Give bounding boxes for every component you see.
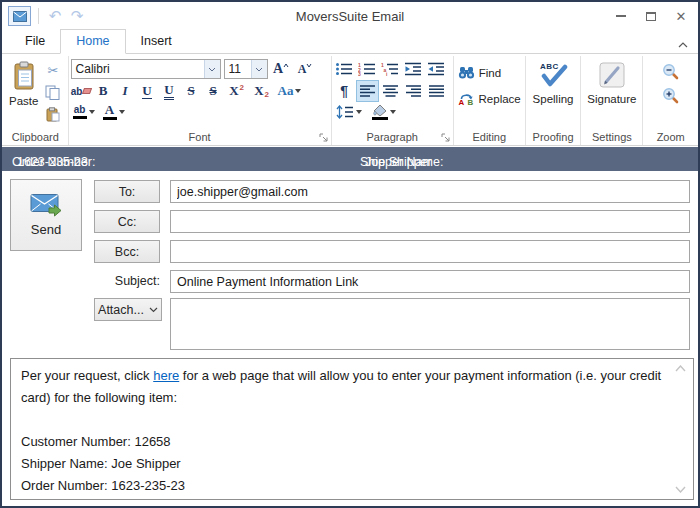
font-size-value: 11 xyxy=(225,62,251,76)
tab-home[interactable]: Home xyxy=(60,29,125,54)
clipboard-group-label: Clipboard xyxy=(5,130,66,145)
group-zoom: Zoom xyxy=(643,56,698,145)
font-group-label: Font xyxy=(71,130,329,145)
replace-button[interactable]: A B Replace xyxy=(456,87,523,110)
cc-label: Cc: xyxy=(118,215,137,229)
find-button[interactable]: Find xyxy=(456,61,523,84)
font-name-value: Calibri xyxy=(72,62,204,76)
clear-formatting-button[interactable]: ab xyxy=(71,81,92,101)
message-body[interactable]: Per your request, click here for a web p… xyxy=(10,358,694,500)
zoom-in-button[interactable] xyxy=(660,85,681,105)
change-case-icon: Aa xyxy=(278,83,294,99)
underline-button[interactable]: U xyxy=(137,81,158,101)
shrink-font-button[interactable]: A xyxy=(295,59,316,79)
subscript-button[interactable]: X 2 xyxy=(250,81,274,101)
paste-button[interactable]: Paste xyxy=(5,57,42,129)
to-button[interactable]: To: xyxy=(94,180,160,203)
eraser-icon xyxy=(82,88,92,94)
close-button[interactable]: ✕ xyxy=(666,2,696,30)
scroll-down-button[interactable] xyxy=(675,486,686,493)
order-info-bar: Order Number:1623-235-23 Shipper Name:Jo… xyxy=(2,147,698,171)
group-proofing: ABC Spelling Proofing xyxy=(526,56,582,145)
order-number-line: Order Number: 1623-235-23 xyxy=(21,475,665,497)
change-case-button[interactable]: Aa xyxy=(275,81,305,101)
attachments-box[interactable] xyxy=(170,298,690,350)
bullets-icon xyxy=(335,62,353,76)
paste-special-button[interactable] xyxy=(42,104,63,124)
zoom-out-button[interactable] xyxy=(660,61,681,81)
group-settings: Signature Settings xyxy=(581,56,643,145)
multilevel-list-button[interactable]: 1 a i xyxy=(380,59,401,79)
svg-text:3: 3 xyxy=(358,71,361,76)
bcc-button[interactable]: Bcc: xyxy=(94,240,160,263)
collapse-ribbon-button[interactable] xyxy=(678,42,688,48)
multilevel-list-icon: 1 a i xyxy=(381,62,399,76)
subscript-mark: 2 xyxy=(265,90,269,99)
cc-button[interactable]: Cc: xyxy=(94,210,160,233)
numbering-button[interactable]: 1 2 3 xyxy=(357,59,378,79)
zoom-in-icon xyxy=(662,87,679,104)
redo-icon[interactable]: ↷ xyxy=(68,7,86,25)
font-dialog-launcher[interactable] xyxy=(318,132,329,143)
chevron-up-icon xyxy=(678,42,688,48)
tab-file[interactable]: File xyxy=(10,30,60,53)
title-bar: ↶ ↷ MoversSuite Email ✕ xyxy=(2,2,698,30)
highlight-icon: ab xyxy=(74,105,86,115)
shading-button[interactable] xyxy=(370,103,398,121)
bullets-button[interactable] xyxy=(334,59,355,79)
spelling-button[interactable]: ABC Spelling xyxy=(528,57,579,129)
payment-link[interactable]: here xyxy=(153,368,179,383)
grow-font-button[interactable]: A xyxy=(271,59,292,79)
decrease-indent-button[interactable] xyxy=(403,59,424,79)
shading-swatch xyxy=(372,117,388,120)
copy-button[interactable] xyxy=(42,82,63,102)
text-highlight-button[interactable]: ab xyxy=(71,104,97,120)
bold-button[interactable]: B xyxy=(93,81,114,101)
clear-formatting-icon: ab xyxy=(71,86,83,97)
to-input[interactable] xyxy=(170,180,690,203)
align-center-button[interactable] xyxy=(380,81,401,101)
app-envelope-icon[interactable] xyxy=(8,6,31,26)
font-name-combobox[interactable]: Calibri xyxy=(71,59,221,79)
double-strikethrough-button[interactable]: S xyxy=(203,81,224,101)
align-right-button[interactable] xyxy=(403,81,424,101)
strikethrough-icon: S xyxy=(187,84,194,98)
signature-button[interactable]: Signature xyxy=(583,57,640,129)
send-button[interactable]: Send xyxy=(10,179,82,251)
subject-label: Subject: xyxy=(84,274,160,288)
spellcheck-icon: ABC xyxy=(538,61,568,89)
strikethrough-button[interactable]: S xyxy=(181,81,202,101)
font-size-combobox[interactable]: 11 xyxy=(224,59,268,79)
align-left-button[interactable] xyxy=(357,81,378,101)
bold-icon: B xyxy=(99,84,108,98)
window-title: MoversSuite Email xyxy=(2,9,698,24)
shrink-font-icon: A xyxy=(298,62,307,76)
bcc-input[interactable] xyxy=(170,240,690,263)
binoculars-icon xyxy=(458,65,475,80)
group-editing: Find A B Replace Editing xyxy=(454,56,526,145)
paragraph-dialog-launcher[interactable] xyxy=(440,132,451,143)
maximize-button[interactable] xyxy=(636,2,666,30)
scroll-up-button[interactable] xyxy=(675,365,686,372)
show-formatting-marks-button[interactable]: ¶ xyxy=(334,81,355,101)
double-underline-button[interactable]: U xyxy=(159,81,180,101)
align-right-icon xyxy=(405,84,422,98)
minimize-button[interactable] xyxy=(606,2,636,30)
line-spacing-button[interactable] xyxy=(334,104,364,120)
superscript-button[interactable]: X 2 xyxy=(225,81,249,101)
justify-button[interactable] xyxy=(426,81,447,101)
attach-button[interactable]: Attach... xyxy=(94,298,162,321)
undo-icon[interactable]: ↶ xyxy=(46,7,64,25)
subscript-icon: X xyxy=(254,84,263,98)
cut-button[interactable]: ✂ xyxy=(42,60,63,80)
increase-indent-button[interactable] xyxy=(426,59,447,79)
italic-icon: I xyxy=(123,84,128,98)
italic-button[interactable]: I xyxy=(115,81,136,101)
group-paragraph: 1 2 3 1 a i xyxy=(332,56,454,145)
subject-input[interactable] xyxy=(170,270,690,293)
font-color-button[interactable]: A xyxy=(101,103,127,121)
cc-input[interactable] xyxy=(170,210,690,233)
tab-insert[interactable]: Insert xyxy=(126,30,187,53)
paste-clipboard-icon xyxy=(12,61,36,91)
justify-icon xyxy=(428,84,445,98)
